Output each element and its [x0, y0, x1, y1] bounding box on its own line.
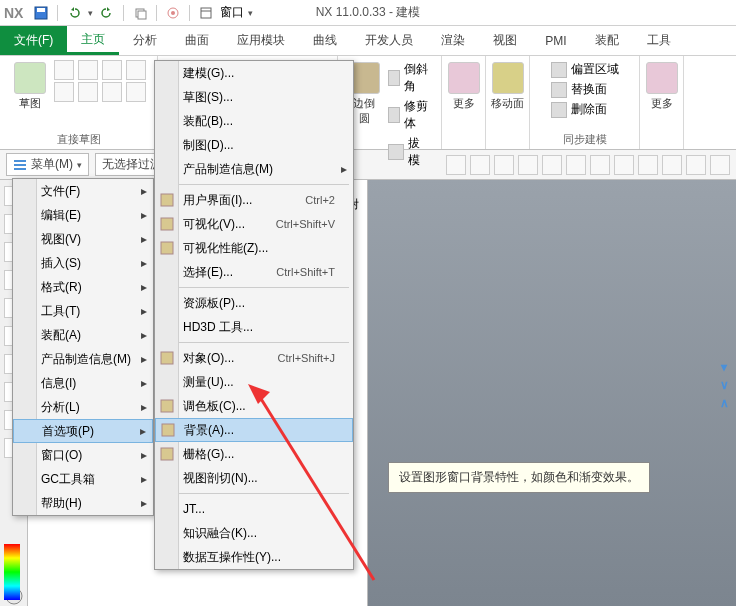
menu2-item-8[interactable]: 可视化性能(Z)... — [155, 236, 353, 260]
sel-tool-2[interactable] — [470, 155, 490, 175]
menu2-item-9[interactable]: 选择(E)...Ctrl+Shift+T — [155, 260, 353, 284]
menu2-item-2[interactable]: 装配(B)... — [155, 109, 353, 133]
menu1-item-0[interactable]: 文件(F)▸ — [13, 179, 153, 203]
ribbon-group-more1: 更多 — [442, 56, 486, 149]
menu1-item-3[interactable]: 插入(S)▸ — [13, 251, 153, 275]
line-tool[interactable] — [54, 60, 74, 80]
svg-rect-10 — [14, 168, 26, 170]
tab-tools[interactable]: 工具 — [633, 26, 685, 55]
menu1-item-7[interactable]: 产品制造信息(M)▸ — [13, 347, 153, 371]
arc-tool[interactable] — [126, 60, 146, 80]
menu2-item-3[interactable]: 制图(D)... — [155, 133, 353, 157]
menu2-item-0[interactable]: 建模(G)... — [155, 61, 353, 85]
sel-tool-3[interactable] — [494, 155, 514, 175]
menu2-item-19[interactable]: 视图剖切(N)... — [155, 466, 353, 490]
title-bar: NX ▾ 窗口 ▾ NX 11.0.0.33 - 建模 — [0, 0, 736, 26]
menu2-item-11[interactable]: 资源板(P)... — [155, 291, 353, 315]
svg-rect-9 — [14, 164, 26, 166]
tab-home[interactable]: 主页 — [67, 26, 119, 55]
handle-v-icon[interactable]: ∨ — [716, 378, 732, 394]
save-icon[interactable] — [31, 3, 51, 23]
sel-tool-10[interactable] — [662, 155, 682, 175]
copy-icon[interactable] — [130, 3, 150, 23]
delete-face-button[interactable]: 删除面 — [549, 100, 621, 119]
sel-tool-1[interactable] — [446, 155, 466, 175]
menu1-item-8[interactable]: 信息(I)▸ — [13, 371, 153, 395]
menu2-item-6[interactable]: 用户界面(I)...Ctrl+2 — [155, 188, 353, 212]
window-icon[interactable] — [196, 3, 216, 23]
tab-developer[interactable]: 开发人员 — [351, 26, 427, 55]
sketch-button[interactable]: 草图 — [10, 60, 50, 113]
sel-tool-7[interactable] — [590, 155, 610, 175]
file-tab[interactable]: 文件(F) — [0, 26, 67, 55]
menu2-item-1[interactable]: 草图(S)... — [155, 85, 353, 109]
graphics-viewport[interactable]: ▾ ∨ ∧ — [368, 180, 736, 606]
sel-tool-9[interactable] — [638, 155, 658, 175]
svg-rect-18 — [161, 400, 173, 412]
sel-tool-4[interactable] — [518, 155, 538, 175]
tab-assembly[interactable]: 装配 — [581, 26, 633, 55]
context-menu-preferences: 建模(G)...草图(S)...装配(B)...制图(D)...产品制造信息(M… — [154, 60, 354, 570]
fillet-tool[interactable] — [102, 82, 122, 102]
replace-face-button[interactable]: 替换面 — [549, 80, 621, 99]
rect-tool[interactable] — [78, 60, 98, 80]
menu1-item-5[interactable]: 工具(T)▸ — [13, 299, 153, 323]
undo-dropdown-icon[interactable]: ▾ — [88, 8, 93, 18]
menu2-item-17[interactable]: 背景(A)... — [155, 418, 353, 442]
menu1-item-12[interactable]: GC工具箱▸ — [13, 467, 153, 491]
menu2-item-21[interactable]: JT... — [155, 497, 353, 521]
menu2-item-18[interactable]: 栅格(G)... — [155, 442, 353, 466]
offset-region-button[interactable]: 偏置区域 — [549, 60, 621, 79]
menu2-item-7[interactable]: 可视化(V)...Ctrl+Shift+V — [155, 212, 353, 236]
draft-button[interactable]: 拔模 — [386, 134, 433, 170]
more-sync-icon — [646, 62, 678, 94]
menu1-item-6[interactable]: 装配(A)▸ — [13, 323, 153, 347]
svg-rect-14 — [161, 194, 173, 206]
menu1-item-4[interactable]: 格式(R)▸ — [13, 275, 153, 299]
touch-icon[interactable] — [163, 3, 183, 23]
menu2-item-23[interactable]: 数据互操作性(Y)... — [155, 545, 353, 569]
point-tool[interactable] — [102, 60, 122, 80]
sel-tool-5[interactable] — [542, 155, 562, 175]
tab-pmi[interactable]: PMI — [531, 26, 580, 55]
spline-tool[interactable] — [54, 82, 74, 102]
menu2-item-12[interactable]: HD3D 工具... — [155, 315, 353, 339]
more-tool[interactable] — [126, 82, 146, 102]
redo-icon[interactable] — [97, 3, 117, 23]
more-feature-button[interactable]: 更多 — [444, 60, 484, 113]
menu2-item-16[interactable]: 调色板(C)... — [155, 394, 353, 418]
window-label[interactable]: 窗口 — [220, 4, 244, 21]
undo-icon[interactable] — [64, 3, 84, 23]
menu1-item-2[interactable]: 视图(V)▸ — [13, 227, 153, 251]
menu1-item-9[interactable]: 分析(L)▸ — [13, 395, 153, 419]
move-face-button[interactable]: 移动面 — [488, 60, 528, 113]
menu2-item-15[interactable]: 测量(U)... — [155, 370, 353, 394]
menu1-item-13[interactable]: 帮助(H)▸ — [13, 491, 153, 515]
tab-view[interactable]: 视图 — [479, 26, 531, 55]
window-dropdown-icon[interactable]: ▾ — [248, 8, 253, 18]
tab-surface[interactable]: 曲面 — [171, 26, 223, 55]
sel-tool-6[interactable] — [566, 155, 586, 175]
more-sync-button[interactable]: 更多 — [642, 60, 682, 113]
menu-dropdown[interactable]: 菜单(M) ▾ — [6, 153, 89, 176]
tab-analysis[interactable]: 分析 — [119, 26, 171, 55]
menu2-item-14[interactable]: 对象(O)...Ctrl+Shift+J — [155, 346, 353, 370]
edge-stack: 倒斜角 修剪体 拔模 — [386, 60, 433, 170]
trim-body-button[interactable]: 修剪体 — [386, 97, 433, 133]
sel-tool-8[interactable] — [614, 155, 634, 175]
sel-tool-12[interactable] — [710, 155, 730, 175]
menu1-item-10[interactable]: 首选项(P)▸ — [13, 419, 153, 443]
tab-render[interactable]: 渲染 — [427, 26, 479, 55]
handle-a-icon[interactable]: ∧ — [716, 396, 732, 412]
sel-tool-11[interactable] — [686, 155, 706, 175]
menu2-item-22[interactable]: 知识融合(K)... — [155, 521, 353, 545]
tab-application[interactable]: 应用模块 — [223, 26, 299, 55]
circle-tool[interactable] — [78, 82, 98, 102]
menu1-item-11[interactable]: 窗口(O)▸ — [13, 443, 153, 467]
menu1-item-1[interactable]: 编辑(E)▸ — [13, 203, 153, 227]
tab-curve[interactable]: 曲线 — [299, 26, 351, 55]
chamfer-button[interactable]: 倒斜角 — [386, 60, 433, 96]
menu2-item-4[interactable]: 产品制造信息(M)▸ — [155, 157, 353, 181]
handle-down-icon[interactable]: ▾ — [716, 360, 732, 376]
spectrum-icon[interactable] — [4, 544, 20, 600]
